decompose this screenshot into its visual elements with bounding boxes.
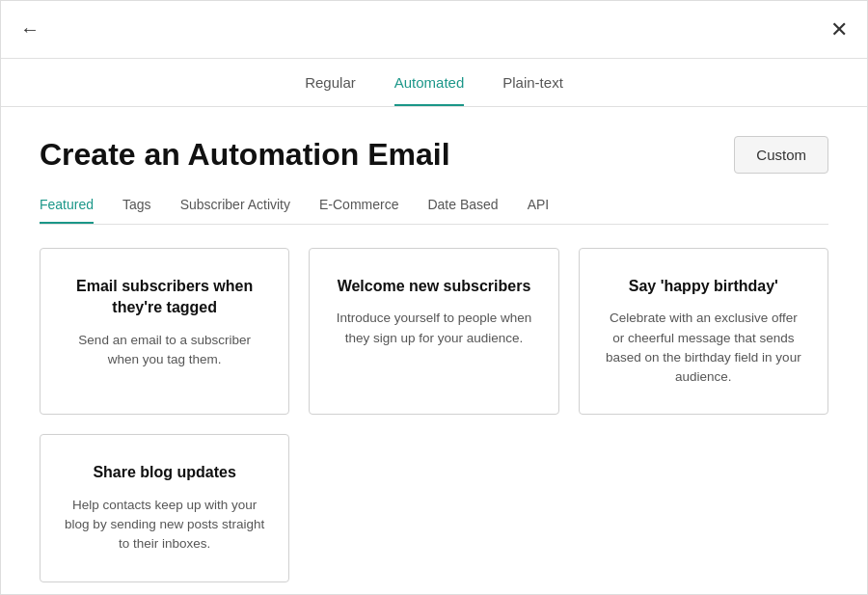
tab-regular[interactable]: Regular [305, 74, 356, 106]
sub-tab-api[interactable]: API [528, 197, 550, 224]
card-desc-email-tagged: Send an email to a subscriber when you t… [64, 331, 265, 370]
main-content: Create an Automation Email Custom Featur… [1, 107, 867, 595]
sub-tab-subscriber-activity[interactable]: Subscriber Activity [180, 197, 290, 224]
main-tab-nav: Regular Automated Plain-text [1, 59, 867, 107]
cards-grid: Email subscribers when they're tagged Se… [40, 248, 828, 582]
header-row: Create an Automation Email Custom [40, 136, 828, 174]
card-title-email-tagged: Email subscribers when they're tagged [64, 276, 265, 319]
card-desc-blog: Help contacts keep up with your blog by … [64, 496, 265, 554]
tab-automated[interactable]: Automated [394, 74, 465, 106]
card-email-tagged[interactable]: Email subscribers when they're tagged Se… [40, 248, 289, 415]
close-icon: ✕ [830, 17, 848, 42]
sub-tab-date-based[interactable]: Date Based [427, 197, 498, 224]
card-title-birthday: Say 'happy birthday' [603, 276, 804, 297]
top-bar: ← ✕ [1, 1, 867, 59]
close-button[interactable]: ✕ [830, 17, 848, 42]
sub-tab-ecommerce[interactable]: E-Commerce [319, 197, 398, 224]
back-icon: ← [20, 18, 40, 41]
card-desc-birthday: Celebrate with an exclusive offer or che… [603, 309, 804, 387]
back-button[interactable]: ← [20, 18, 40, 41]
tab-plain-text[interactable]: Plain-text [502, 74, 563, 106]
card-blog-updates[interactable]: Share blog updates Help contacts keep up… [40, 434, 289, 581]
custom-button[interactable]: Custom [734, 136, 828, 174]
sub-tab-nav: Featured Tags Subscriber Activity E-Comm… [40, 197, 828, 225]
card-title-welcome: Welcome new subscribers [333, 276, 534, 297]
card-desc-welcome: Introduce yourself to people when they s… [333, 309, 534, 348]
sub-tab-featured[interactable]: Featured [40, 197, 94, 224]
card-title-blog: Share blog updates [64, 462, 265, 483]
card-welcome-subscribers[interactable]: Welcome new subscribers Introduce yourse… [309, 248, 558, 415]
page-title: Create an Automation Email [40, 137, 450, 173]
card-birthday[interactable]: Say 'happy birthday' Celebrate with an e… [579, 248, 828, 415]
sub-tab-tags[interactable]: Tags [122, 197, 151, 224]
